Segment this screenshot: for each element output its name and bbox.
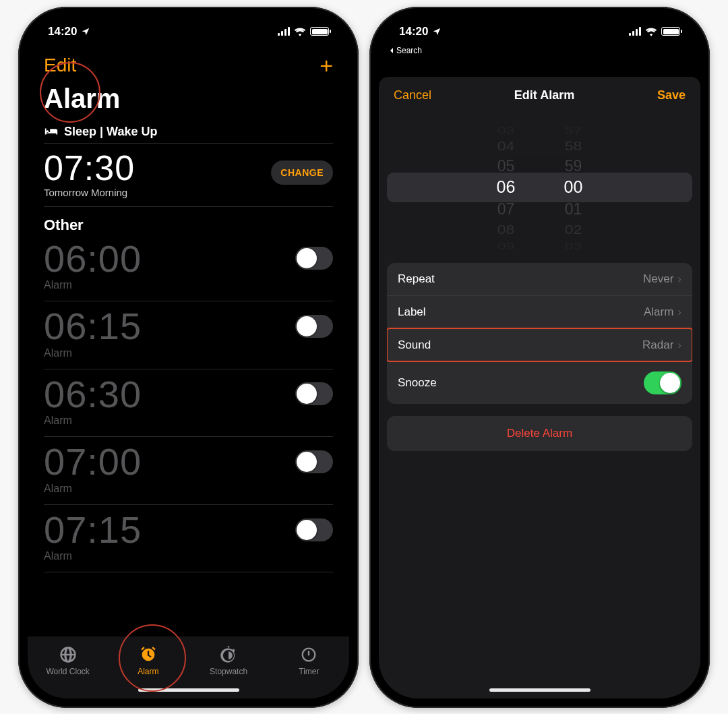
chevron-left-icon	[388, 47, 395, 54]
globe-icon	[59, 645, 78, 664]
cellular-icon	[278, 27, 290, 36]
chevron-right-icon: ›	[677, 338, 681, 352]
sleep-wake-time: 07:30	[44, 148, 135, 188]
battery-icon	[661, 27, 680, 36]
alarm-row[interactable]: 06:00 Alarm	[44, 234, 333, 302]
alarm-label: Alarm	[44, 347, 333, 369]
other-section-title: Other	[28, 207, 349, 234]
tab-alarm[interactable]: Alarm	[108, 636, 188, 685]
alarm-label: Alarm	[44, 415, 333, 436]
time-picker[interactable]: 0357 0458 0559 0600 0701 0802 0903	[379, 120, 700, 255]
chevron-right-icon: ›	[677, 272, 681, 286]
sheet-title: Edit Alarm	[514, 88, 574, 102]
home-indicator[interactable]	[138, 688, 239, 692]
alarm-time: 06:00	[44, 238, 142, 280]
notch	[476, 16, 604, 36]
setting-label-row[interactable]: Label Alarm›	[387, 295, 692, 328]
screen-edit-alarm: 14:20 Search Cancel Edit Alarm Save	[379, 16, 700, 698]
back-label: Search	[396, 46, 422, 55]
alarm-time: 07:00	[44, 441, 142, 483]
delete-alarm-button[interactable]: Delete Alarm	[387, 416, 692, 451]
status-icons	[629, 27, 680, 36]
home-indicator[interactable]	[489, 688, 590, 692]
sleep-wake-row: 07:30 Tomorrow Morning CHANGE	[28, 144, 349, 206]
setting-label: Sound	[398, 338, 431, 352]
alarm-toggle[interactable]	[295, 518, 333, 541]
setting-label: Repeat	[398, 272, 435, 286]
wifi-icon	[645, 27, 657, 36]
setting-value: Alarm	[644, 305, 673, 319]
alarm-row[interactable]: 06:15 Alarm	[44, 301, 333, 369]
tab-world-clock[interactable]: World Clock	[28, 636, 108, 685]
setting-value: Radar	[642, 338, 673, 352]
alarm-toggle[interactable]	[295, 315, 333, 338]
alarm-label: Alarm	[44, 279, 333, 301]
picker-hour-selected: 06	[489, 177, 523, 197]
tab-label: Alarm	[138, 667, 158, 676]
setting-label: Snooze	[398, 376, 437, 390]
bed-icon	[44, 126, 59, 137]
save-button[interactable]: Save	[657, 88, 686, 102]
snooze-toggle[interactable]	[644, 371, 681, 394]
location-icon	[432, 27, 442, 36]
edit-button[interactable]: Edit	[44, 55, 76, 76]
alarm-label: Alarm	[44, 483, 333, 504]
sleep-wake-subtitle: Tomorrow Morning	[44, 187, 135, 198]
alarm-toggle[interactable]	[295, 382, 333, 405]
cancel-button[interactable]: Cancel	[394, 88, 431, 102]
alarm-toggle[interactable]	[295, 450, 333, 473]
sleep-section-header: Sleep | Wake Up	[28, 118, 349, 143]
alarm-label: Alarm	[44, 550, 333, 572]
tab-timer[interactable]: Timer	[269, 636, 349, 685]
setting-value: Never	[643, 272, 673, 286]
alarm-clock-icon	[139, 645, 158, 664]
status-time: 14:20	[399, 25, 428, 38]
setting-sound[interactable]: Sound Radar›	[387, 328, 692, 361]
page-title: Alarm	[28, 84, 349, 118]
alarm-toggle[interactable]	[295, 247, 333, 270]
tab-label: Timer	[299, 667, 319, 676]
phone-frame-left: 14:20 Edit + Alarm Sleep | Wake Up 07:30	[18, 7, 359, 708]
add-alarm-button[interactable]: +	[320, 54, 333, 77]
alarm-row[interactable]: 07:00 Alarm	[44, 437, 333, 505]
location-icon	[81, 27, 90, 36]
setting-label: Label	[398, 305, 426, 319]
setting-repeat[interactable]: Repeat Never›	[387, 263, 692, 295]
stopwatch-icon	[219, 645, 238, 664]
tab-label: Stopwatch	[210, 667, 247, 676]
status-time: 14:20	[48, 25, 77, 38]
status-icons	[278, 27, 329, 36]
setting-snooze: Snooze	[387, 361, 692, 404]
sleep-section-label: Sleep | Wake Up	[64, 125, 157, 139]
tab-label: World Clock	[46, 667, 89, 676]
alarm-time: 07:15	[44, 509, 142, 551]
alarm-list: 06:00 Alarm 06:15 Alarm 06:30 Alarm	[28, 234, 349, 573]
timer-icon	[299, 645, 318, 664]
screen-alarm-list: 14:20 Edit + Alarm Sleep | Wake Up 07:30	[28, 16, 349, 698]
alarm-row[interactable]: 06:30 Alarm	[44, 369, 333, 438]
phone-frame-right: 14:20 Search Cancel Edit Alarm Save	[369, 7, 710, 708]
battery-icon	[310, 27, 329, 36]
alarm-row[interactable]: 07:15 Alarm	[44, 505, 333, 573]
chevron-right-icon: ›	[677, 305, 681, 319]
picker-minute-selected: 00	[557, 177, 590, 197]
alarm-settings-list: Repeat Never› Label Alarm› Sound Radar› …	[387, 263, 692, 404]
back-to-search[interactable]: Search	[379, 46, 700, 57]
sheet-nav: Cancel Edit Alarm Save	[379, 77, 700, 115]
cellular-icon	[629, 27, 641, 36]
alarm-time: 06:30	[44, 374, 142, 415]
wifi-icon	[294, 27, 306, 36]
notch	[125, 16, 253, 36]
nav-bar: Edit +	[28, 47, 349, 84]
tab-stopwatch[interactable]: Stopwatch	[189, 636, 269, 685]
alarm-time: 06:15	[44, 305, 142, 347]
change-button[interactable]: CHANGE	[271, 160, 333, 185]
edit-alarm-sheet: Cancel Edit Alarm Save 0357 0458 0559 06…	[379, 77, 700, 698]
